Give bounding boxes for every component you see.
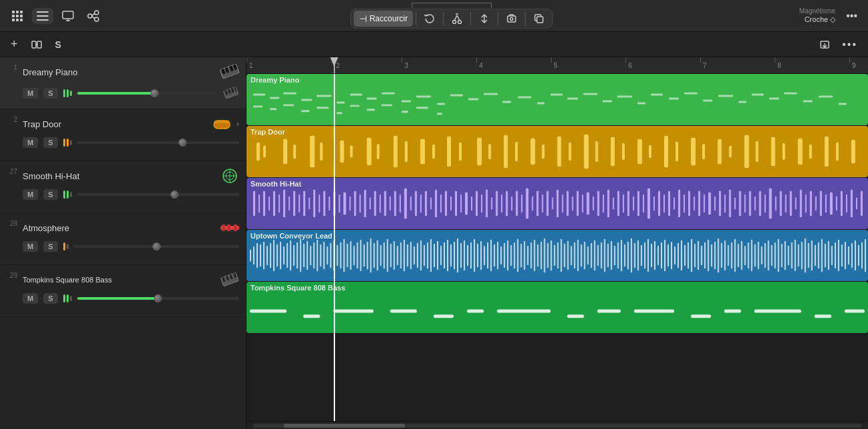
solo-button-2[interactable]: S	[43, 137, 57, 148]
svg-rect-173	[360, 195, 361, 213]
svg-rect-470	[754, 309, 801, 312]
region-label: Tompkins Square 808 Bass	[250, 284, 345, 292]
svg-rect-308	[367, 242, 368, 269]
svg-rect-139	[691, 138, 695, 165]
expand-arrow[interactable]: ›	[236, 119, 239, 129]
solo-button[interactable]: S	[51, 37, 65, 53]
svg-rect-75	[518, 97, 531, 99]
svg-rect-328	[434, 244, 435, 268]
region-trap-door[interactable]: Trap Door	[246, 126, 868, 177]
svg-rect-434	[788, 246, 789, 266]
cut-button[interactable]	[446, 11, 468, 27]
croche-label[interactable]: Croche ◇	[805, 15, 836, 24]
tracks-scroll[interactable]: Dreamy Piano	[246, 74, 868, 421]
svg-rect-132	[596, 141, 598, 163]
bottom-scrollbar[interactable]	[246, 421, 868, 429]
mute-button-27[interactable]: M	[23, 189, 38, 200]
svg-rect-447	[831, 246, 833, 266]
mute-button-28[interactable]: M	[23, 241, 38, 252]
svg-rect-111	[310, 136, 314, 167]
svg-rect-311	[377, 240, 378, 270]
svg-rect-119	[420, 139, 425, 165]
svg-rect-222	[608, 190, 610, 217]
timeline-track-29: Tompkins Square 808 Bass	[246, 282, 868, 334]
svg-rect-109	[283, 139, 287, 165]
duplicate-region-button[interactable]	[528, 11, 550, 27]
svg-line-18	[92, 13, 95, 15]
track-name: Tompkins Square 808 Bass	[23, 276, 215, 284]
svg-rect-398	[667, 244, 669, 267]
svg-rect-400	[674, 246, 675, 265]
svg-rect-5	[20, 15, 23, 17]
svg-rect-67	[382, 93, 395, 95]
svg-rect-307	[364, 244, 365, 267]
capture-button[interactable]	[501, 11, 522, 27]
mute-button-29[interactable]: M	[23, 293, 38, 304]
svg-rect-100	[336, 112, 342, 114]
svg-rect-155	[268, 197, 270, 211]
svg-rect-330	[440, 246, 442, 266]
svg-rect-291	[310, 246, 311, 266]
solo-button-29[interactable]: S	[43, 293, 57, 304]
region-dreamy-piano[interactable]: Dreamy Piano	[246, 74, 868, 125]
svg-rect-323	[417, 243, 418, 268]
more-tracks-button[interactable]: •••	[838, 36, 861, 53]
level-meter-1	[63, 89, 72, 97]
svg-rect-211	[552, 198, 553, 210]
region-smooth-hihat[interactable]: Smooth Hi-Hat	[246, 178, 868, 229]
track-name: Trap Door	[23, 119, 207, 129]
svg-rect-45	[214, 121, 230, 123]
svg-rect-414	[721, 243, 722, 268]
raccourcir-button[interactable]: ⊣ Raccourcir	[354, 11, 413, 27]
svg-line-22	[454, 15, 457, 21]
svg-rect-352	[514, 242, 515, 268]
solo-button-1[interactable]: S	[43, 88, 57, 99]
svg-rect-202	[506, 191, 508, 216]
mute-button-2[interactable]: M	[23, 137, 38, 148]
svg-rect-373	[584, 242, 586, 269]
svg-rect-256	[780, 191, 782, 216]
region-808-bass[interactable]: Tompkins Square 808 Bass	[246, 282, 868, 333]
add-track-button[interactable]: +	[7, 35, 22, 54]
svg-rect-219	[593, 197, 594, 211]
svg-rect-309	[370, 238, 372, 272]
monitor-button[interactable]	[57, 7, 79, 25]
connect-button[interactable]	[83, 7, 104, 25]
list-view-button[interactable]	[32, 8, 53, 24]
svg-point-21	[458, 21, 462, 24]
track-number: 28	[5, 220, 17, 227]
solo-button-28[interactable]: S	[43, 241, 57, 252]
svg-rect-367	[564, 244, 566, 268]
timeline-ruler[interactable]: 1 2 3 4 5 6 7 8 9	[246, 57, 868, 74]
svg-rect-241	[703, 195, 705, 213]
svg-rect-339	[470, 242, 472, 268]
import-button[interactable]	[815, 37, 834, 53]
svg-rect-0	[12, 11, 15, 13]
svg-rect-115	[367, 138, 372, 165]
svg-rect-336	[460, 243, 462, 268]
region-atmosphere[interactable]: Uptown Conveyor Lead	[246, 230, 868, 281]
svg-rect-195	[471, 197, 472, 211]
svg-rect-338	[467, 245, 468, 266]
svg-rect-53	[234, 224, 237, 231]
group-tracks-button[interactable]	[27, 37, 46, 53]
svg-rect-52	[227, 224, 230, 231]
split-button[interactable]	[474, 11, 495, 27]
track-number: 1	[5, 64, 17, 71]
svg-rect-284	[286, 243, 288, 268]
svg-rect-296	[326, 246, 328, 265]
more-options-button[interactable]: •••	[842, 7, 861, 25]
mute-button-1[interactable]: M	[23, 88, 38, 99]
svg-rect-120	[432, 145, 435, 159]
svg-rect-273	[250, 250, 251, 262]
launchpad-button[interactable]	[7, 7, 28, 25]
svg-rect-316	[394, 241, 395, 270]
svg-rect-220	[598, 191, 600, 216]
svg-line-23	[457, 15, 460, 21]
svg-rect-387	[631, 238, 632, 272]
solo-button-27[interactable]: S	[43, 189, 57, 200]
svg-rect-158	[283, 190, 285, 217]
loop-button[interactable]	[419, 11, 440, 27]
region-label: Trap Door	[250, 128, 285, 136]
svg-rect-403	[684, 245, 685, 266]
